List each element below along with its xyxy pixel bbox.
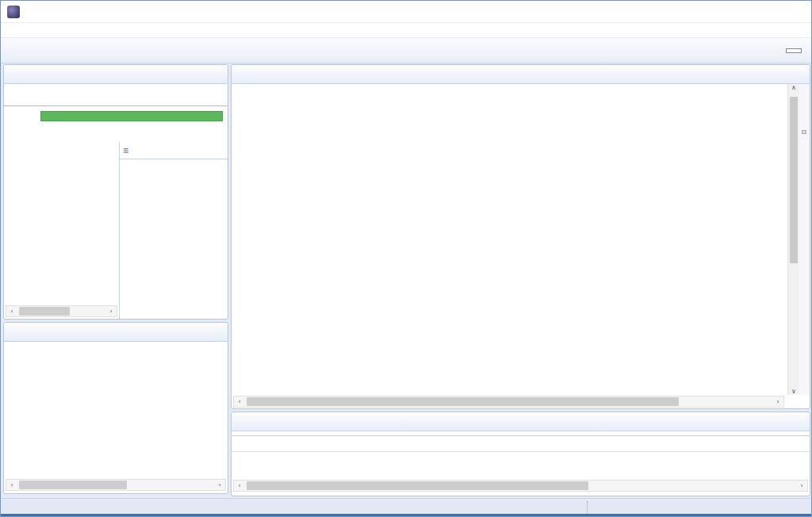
test-result-item[interactable] — [4, 142, 119, 146]
editor-vscrollbar[interactable]: ∧ ∨ — [787, 84, 799, 395]
junit-test-tree: ‹ › — [4, 142, 120, 319]
eclipse-window: ‹ › ≡ ‹ › — [0, 0, 812, 517]
editor-area: ∧ ∨ ‹ › — [231, 64, 810, 409]
junit-toolbar — [4, 84, 228, 101]
scroll-right-arrow[interactable]: › — [796, 482, 807, 489]
overview-ruler[interactable] — [799, 84, 810, 395]
scroll-right-arrow[interactable]: › — [105, 308, 117, 315]
minimize-button[interactable] — [707, 1, 741, 22]
git-toolbar — [4, 342, 228, 359]
scroll-left-arrow[interactable]: ‹ — [6, 308, 17, 315]
scroll-right-arrow[interactable]: › — [772, 398, 783, 405]
problems-hscrollbar[interactable]: ‹ › — [233, 480, 808, 492]
junit-hscrollbar[interactable]: ‹ › — [6, 305, 117, 317]
git-hscrollbar[interactable]: ‹ › — [6, 479, 226, 491]
scroll-down-arrow[interactable]: ∨ — [788, 388, 799, 395]
junit-runs-row — [4, 106, 228, 126]
junit-tabstrip — [4, 65, 228, 84]
title-bar — [1, 1, 811, 23]
drag-handle[interactable] — [587, 501, 589, 514]
problems-view: ‹ › — [231, 412, 810, 496]
close-button[interactable] — [776, 1, 811, 22]
junit-progress-bar — [40, 111, 223, 121]
editor-tabstrip — [232, 65, 810, 84]
menu-bar — [1, 23, 811, 37]
scroll-left-arrow[interactable]: ‹ — [234, 482, 245, 489]
maximize-button[interactable] — [741, 1, 776, 22]
git-repositories-view: ‹ › — [3, 322, 228, 494]
failure-trace-section: ≡ — [120, 142, 228, 319]
occurrence-marker — [802, 130, 806, 134]
scroll-left-arrow[interactable]: ‹ — [6, 481, 17, 488]
window-bottom-edge — [1, 514, 811, 516]
git-tabstrip — [4, 323, 228, 342]
main-toolbar — [1, 37, 811, 63]
sash-grip-icon[interactable]: ≡ — [123, 145, 128, 156]
editor-hscrollbar[interactable]: ‹ › — [233, 396, 784, 408]
scroll-right-arrow[interactable]: › — [214, 481, 225, 488]
junit-view: ‹ › ≡ — [3, 64, 228, 320]
code-editor[interactable] — [232, 84, 786, 395]
scroll-up-arrow[interactable]: ∧ — [788, 84, 799, 91]
quick-access-box[interactable] — [786, 48, 802, 53]
bottom-tabstrip — [232, 412, 810, 431]
eclipse-logo-icon — [7, 6, 20, 18]
scroll-left-arrow[interactable]: ‹ — [234, 398, 245, 405]
problems-table-header — [232, 436, 810, 452]
